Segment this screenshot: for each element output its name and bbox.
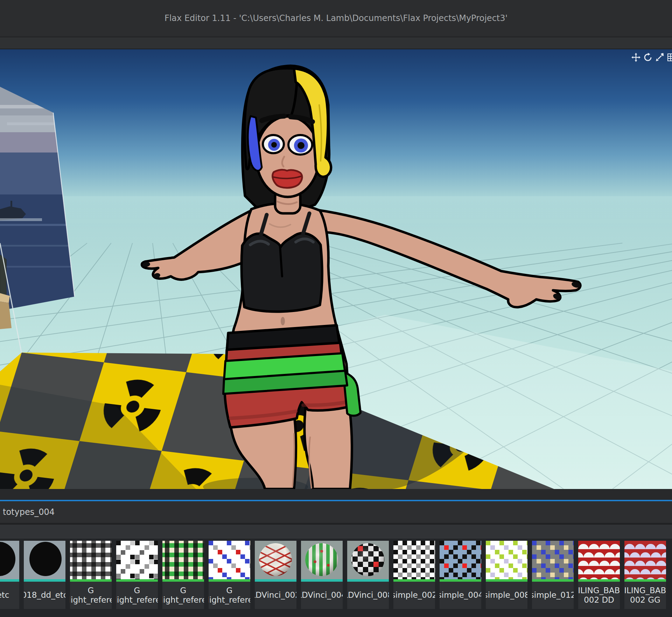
asset-tile[interactable]: LDVinci_004 xyxy=(301,541,343,609)
asset-tile[interactable]: simple_008 xyxy=(486,541,527,609)
asset-tile[interactable]: G l_light_referen xyxy=(116,541,158,609)
asset-type-underline xyxy=(24,579,65,582)
asset-type-underline xyxy=(578,579,620,582)
asset-tile[interactable]: TILING_BABE 002 GG xyxy=(624,541,666,609)
asset-type-underline xyxy=(70,579,112,582)
viewport-3d[interactable] xyxy=(0,49,672,489)
asset-type-underline xyxy=(209,579,250,582)
asset-label: LDVinci_004 xyxy=(301,582,343,609)
asset-tile[interactable]: simple_002 xyxy=(393,541,435,609)
viewport-gizmo-toolbar xyxy=(631,52,672,63)
asset-label: simple_012 xyxy=(532,582,574,609)
asset-thumbnail xyxy=(0,541,19,579)
asset-tile[interactable]: TILING_BABE 002 DD xyxy=(578,541,620,609)
asset-label: simple_002 xyxy=(393,582,435,609)
main-toolbar xyxy=(0,36,672,49)
asset-label: TILING_BABE 002 DD xyxy=(578,582,620,609)
asset-type-underline xyxy=(440,579,481,582)
asset-label: LDVinci_002 xyxy=(255,582,296,609)
content-tab-bar: totypes_004 xyxy=(0,501,672,523)
asset-type-underline xyxy=(532,579,574,582)
asset-type-underline xyxy=(393,579,435,582)
asset-type-underline xyxy=(162,579,204,582)
asset-label: d_etc xyxy=(0,582,19,609)
grid-view-button[interactable] xyxy=(666,52,672,63)
scale-icon xyxy=(655,52,665,62)
grid-icon xyxy=(667,52,672,62)
scale-gizmo-button[interactable] xyxy=(654,52,665,63)
asset-thumbnail xyxy=(532,541,574,579)
asset-tile[interactable]: LDVinci_002 xyxy=(255,541,296,609)
asset-type-underline xyxy=(301,579,343,582)
move-gizmo-button[interactable] xyxy=(631,52,641,63)
asset-tile[interactable]: 018_dd_etc xyxy=(24,541,65,609)
asset-label: G l_light_referen xyxy=(162,582,204,609)
asset-thumbnail xyxy=(624,541,666,579)
content-toolbar xyxy=(0,525,672,539)
asset-tile[interactable]: simple_004 xyxy=(440,541,481,609)
asset-type-underline xyxy=(486,579,527,582)
asset-tile[interactable]: G l_light_referen xyxy=(209,541,250,609)
asset-label: G l_light_referen xyxy=(70,582,112,609)
asset-tile[interactable]: LDVinci_008 xyxy=(347,541,389,609)
scene-render xyxy=(0,49,672,489)
rotate-gizmo-button[interactable] xyxy=(643,52,653,63)
asset-tile[interactable]: simple_012 xyxy=(532,541,574,609)
asset-type-underline xyxy=(255,579,296,582)
window-title-bar: Flax Editor 1.11 - 'C:\Users\Charles M. … xyxy=(0,0,672,36)
asset-thumbnail xyxy=(440,541,481,579)
asset-label: G l_light_referen xyxy=(209,582,250,609)
asset-label: TILING_BABE 002 GG xyxy=(624,582,666,609)
asset-thumbnail xyxy=(70,541,112,579)
asset-thumbnail xyxy=(486,541,527,579)
asset-thumbnail xyxy=(578,541,620,579)
asset-type-underline xyxy=(116,579,158,582)
asset-label: simple_004 xyxy=(440,582,481,609)
asset-type-underline xyxy=(347,579,389,582)
viewport-bottom-bar xyxy=(0,489,672,500)
asset-tile[interactable]: G l_light_referen xyxy=(162,541,204,609)
rotate-icon xyxy=(643,52,653,62)
asset-thumbnail xyxy=(209,541,250,579)
asset-thumbnail xyxy=(347,541,389,579)
move-icon xyxy=(631,52,641,62)
content-browser[interactable]: d_etc018_dd_etc G l_light_referen G l_li… xyxy=(0,539,672,617)
tab-prototypes-004[interactable]: totypes_004 xyxy=(0,507,55,517)
asset-thumbnail xyxy=(162,541,204,579)
asset-thumbnail xyxy=(116,541,158,579)
asset-tile-row: d_etc018_dd_etc G l_light_referen G l_li… xyxy=(0,541,666,609)
asset-label: simple_008 xyxy=(486,582,527,609)
asset-tile[interactable]: d_etc xyxy=(0,541,19,609)
asset-type-underline xyxy=(0,579,19,582)
asset-tile[interactable]: G l_light_referen xyxy=(70,541,112,609)
asset-thumbnail xyxy=(301,541,343,579)
asset-label: G l_light_referen xyxy=(116,582,158,609)
asset-thumbnail xyxy=(393,541,435,579)
asset-label: 018_dd_etc xyxy=(24,582,65,609)
window-title: Flax Editor 1.11 - 'C:\Users\Charles M. … xyxy=(164,13,507,23)
asset-type-underline xyxy=(624,579,666,582)
asset-thumbnail xyxy=(24,541,65,579)
asset-label: LDVinci_008 xyxy=(347,582,389,609)
asset-thumbnail xyxy=(255,541,296,579)
